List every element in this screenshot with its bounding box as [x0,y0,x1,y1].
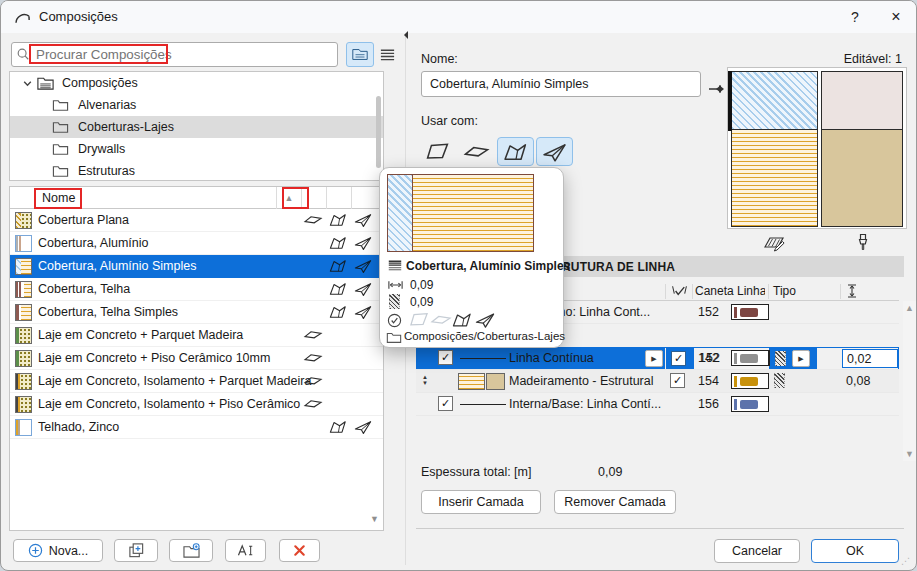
list-header[interactable]: Nome ▲ [10,187,383,209]
scroll-down-icon[interactable]: ▼ [905,449,914,459]
tree-item-estruturas[interactable]: Estruturas [10,160,383,181]
checkbox[interactable]: ✓ [438,396,453,411]
remove-layer-label: Remover Camada [564,495,665,509]
new-folder-button[interactable] [169,539,213,562]
list-item[interactable]: Laje em Concreto, Isolamento + Piso Cerâ… [10,393,383,416]
checkbox[interactable]: ✓ [438,350,453,365]
resize-grip[interactable]: ⋰ [901,556,911,566]
rename-button[interactable] [225,539,266,562]
skin-fill-swatch [458,373,485,390]
collapse-panel-icon[interactable] [400,31,408,39]
tree-item-label: Coberturas-Lajes [78,120,174,134]
use-with-roof-button[interactable] [497,137,534,166]
pen-color-swatch[interactable] [731,304,769,320]
roof-column-header[interactable] [326,187,351,209]
reference-arrow-icon [707,83,727,95]
popup-width-value: 0,09 [410,278,433,292]
search-input[interactable] [11,42,338,67]
pen-color-swatch[interactable] [731,373,769,389]
type-column-header[interactable]: Tipo [773,284,796,298]
tree-item-composicoes[interactable]: Composições [10,72,383,94]
use-with-slab-button[interactable] [458,137,495,166]
list-item[interactable]: Cobertura Plana [10,209,383,232]
list-item[interactable]: Telhado, Zinco [10,416,383,439]
duplicate-button[interactable] [114,539,158,562]
composite-name: Laje em Concreto, Isolamento + Piso Cerâ… [38,397,300,411]
total-thickness-label: Espessura total: [m] [421,465,531,479]
folder-icon [52,164,69,178]
slab-icon [302,212,324,228]
chevron-down-icon[interactable] [22,78,33,89]
tree-view-toggle[interactable] [346,42,374,67]
composite-thumbnail [15,235,32,252]
new-button-label: Nova... [49,544,89,558]
reorder-handle-icon[interactable]: ▲▼ [422,374,428,386]
tree-item-alvenarias[interactable]: Alvenarias [10,94,383,116]
plus-circle-icon [28,543,43,558]
tree-item-drywalls[interactable]: Drywalls [10,138,383,160]
roof-icon [327,304,349,320]
list-item[interactable]: Laje em Concreto + Piso Cerâmico 10mm [10,347,383,370]
roof-icon [327,258,349,274]
name-label: Nome: [421,52,458,66]
wall-icon-disabled [408,311,430,329]
tree-scrollbar[interactable] [376,96,381,168]
name-column-header[interactable]: Nome [42,191,75,205]
pen-number: 152 [698,305,719,319]
composite-dialog-icon [13,8,32,27]
list-item[interactable]: Laje em Concreto + Parquet Madeira [10,324,383,347]
cancel-label: Cancelar [732,544,782,558]
help-button[interactable]: ? [842,5,868,29]
sort-ascending-icon[interactable]: ▲ [285,193,294,203]
slab-column-header[interactable] [301,187,326,209]
checkbox[interactable]: ✓ [670,373,685,388]
table-scrollbar[interactable]: ▲ ▼ [903,301,916,461]
list-item-selected[interactable]: Cobertura, Alumínio Simples [10,255,383,278]
sort-column-header[interactable]: ▲ [276,187,301,209]
pen-column-header[interactable]: Caneta Linhas [695,284,765,298]
slab-icon-disabled [430,311,452,329]
folder-icon [386,331,402,344]
close-button[interactable]: × [883,5,909,29]
remove-layer-button[interactable]: Remover Camada [554,490,676,514]
composite-name-input[interactable] [421,71,701,97]
pen-color-swatch[interactable] [731,396,769,412]
delete-button[interactable] [279,539,320,562]
use-with-shell-button[interactable] [536,137,573,166]
list-view-toggle[interactable] [377,42,398,67]
shell-column-header[interactable] [351,187,376,209]
tree-item-label: Drywalls [78,142,125,156]
composites-list: Nome ▲ Cobertura Plana Cobertura, Alumín… [9,186,384,531]
search-icon [16,47,30,61]
list-item[interactable]: Cobertura, Telha [10,278,383,301]
fill-type-chip[interactable] [774,373,785,388]
ok-button[interactable]: OK [811,539,899,563]
list-item[interactable]: Cobertura, Alumínio [10,232,383,255]
tree-item-label: Alvenarias [78,98,136,112]
table-row-linha-continua[interactable]: ✓ Linha Contínua 142 [416,347,899,370]
preview-surface-column [821,71,903,227]
composite-name: Cobertura, Telha Simples [38,305,178,319]
table-row-madeiramento[interactable]: ▲▼ Madeiramento - Estrutural ✓ 154 0,08 [416,370,899,393]
list-scroll-down-icon[interactable]: ▼ [370,514,379,524]
composite-thumbnail [15,258,32,275]
tree-item-coberturas-lajes[interactable]: Coberturas-Lajes [10,116,383,138]
use-with-wall-button[interactable] [419,137,456,166]
title-bar: Composições ? × [1,1,917,33]
list-item[interactable]: Cobertura, Telha Simples [10,301,383,324]
table-row-interna-base[interactable]: ✓ Interna/Base: Linha Contí... 156 [416,393,899,416]
insert-layer-button[interactable]: Inserir Camada [421,490,541,514]
thickness-column-icon [846,283,858,299]
roof-icon [451,311,473,329]
new-composite-button[interactable]: Nova... [13,539,103,562]
scroll-up-icon[interactable]: ▲ [905,303,914,313]
composites-folder-icon [36,75,55,91]
row-label: Interna/Base: Linha Contí... [509,397,661,411]
shell-icon [352,419,374,435]
pen-color-swatch[interactable] [731,350,769,366]
use-with-label: Usar com: [421,114,478,128]
shell-icon [352,304,374,320]
line-sample [460,358,506,359]
cancel-button[interactable]: Cancelar [714,539,800,563]
list-item[interactable]: Laje em Concreto, Isolamento + Parquet M… [10,370,383,393]
